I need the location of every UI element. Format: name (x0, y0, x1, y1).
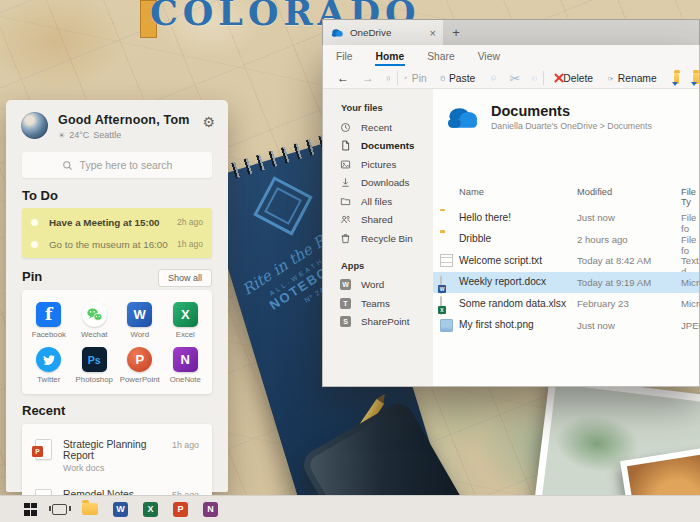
menu-file[interactable]: File (335, 49, 354, 64)
sidebar-item-documents[interactable]: Documents (323, 137, 433, 156)
picture-icon (340, 159, 351, 170)
file-row-folder[interactable]: Dribble 2 hours ago File fo (433, 229, 699, 251)
file-modified: Today at 9:19 AM (577, 277, 651, 288)
pinned-app-powerpoint[interactable]: P PowerPoint (117, 343, 163, 388)
todo-card: Have a Meeting at 15:00 2h ago Go to the… (22, 208, 212, 258)
column-name[interactable]: Name (459, 187, 484, 197)
pinned-app-label: OneNote (170, 375, 201, 384)
menu-share[interactable]: Share (426, 49, 455, 64)
new-tab-button[interactable]: + (443, 20, 469, 45)
pin-label[interactable]: Pin (412, 73, 427, 84)
new-folder-icon[interactable] (674, 73, 680, 84)
avatar[interactable] (21, 112, 48, 139)
pinned-app-facebook[interactable]: f Facebook (26, 298, 72, 343)
recent-item[interactable]: P Strategic Planning Report Work docs 1h… (22, 431, 212, 481)
delete-icon[interactable] (554, 73, 558, 83)
onenote-icon: N (173, 347, 198, 372)
weather-city: Seattle (93, 130, 121, 140)
sidebar-item-pictures[interactable]: Pictures (323, 155, 433, 174)
recent-item-subtitle: Work docs (63, 463, 161, 473)
sidebar-item-recycle-bin[interactable]: Recycle Bin (323, 229, 433, 248)
pinned-app-photoshop[interactable]: Ps Photoshop (72, 343, 118, 388)
file-row-excel[interactable]: X Some random data.xlsx February 23 Micr… (433, 293, 699, 315)
word-app-icon: W (340, 279, 351, 290)
column-file-type[interactable]: File Ty (681, 187, 699, 207)
pinned-app-label: PowerPoint (120, 375, 160, 384)
file-modified: Just now (577, 320, 615, 331)
file-rows: Hello there! Just now File fo Dribble 2 … (433, 207, 699, 336)
pin-icon[interactable] (403, 72, 408, 84)
tab-title: OneDrive (350, 27, 391, 38)
rename-label[interactable]: Rename (618, 73, 657, 84)
show-all-button[interactable]: Show all (158, 269, 212, 287)
copy-icon[interactable] (491, 71, 496, 85)
sidebar-item-downloads[interactable]: Downloads (323, 174, 433, 193)
sidebar-app-word[interactable]: W Word (323, 276, 433, 295)
pinned-app-excel[interactable]: X Excel (163, 298, 209, 343)
file-name: Dribble (459, 233, 491, 244)
file-row-folder[interactable]: Hello there! Just now File fo (433, 207, 699, 229)
sidebar-item-label: Documents (361, 140, 414, 151)
sharepoint-app-icon: S (340, 316, 351, 327)
task-view-button[interactable] (52, 504, 67, 515)
breadcrumb[interactable]: Daniella Duarte's OneDrive > Documents (491, 121, 652, 131)
excel-taskbar-icon[interactable]: X (143, 502, 158, 517)
weather-icon: ☀ (58, 131, 65, 140)
onenote-taskbar-icon[interactable]: N (203, 502, 218, 517)
file-row-selected[interactable]: W Weekly report.docx Today at 9:19 AM Mi… (433, 272, 699, 294)
excel-icon: X (173, 302, 198, 327)
pin-heading: Pin (22, 269, 42, 284)
pinned-app-label: Twitter (37, 375, 60, 384)
file-explorer-taskbar-icon[interactable] (82, 503, 98, 515)
file-row-image[interactable]: My first shot.png Just now JPEG (433, 315, 699, 337)
cut-icon[interactable]: ✂ (510, 72, 521, 85)
move-to-icon[interactable] (532, 72, 538, 85)
recent-item-time: 1h ago (172, 440, 199, 450)
sidebar-app-sharepoint[interactable]: S SharePoint (323, 313, 433, 332)
document-icon (340, 140, 351, 151)
new-item-icon[interactable] (693, 73, 699, 84)
word-taskbar-icon[interactable]: W (113, 502, 128, 517)
sidebar-item-recent[interactable]: Recent (323, 118, 433, 137)
paste-icon[interactable] (440, 71, 445, 85)
greeting-text: Good Afternoon, Tom (58, 113, 190, 127)
facebook-icon: f (36, 302, 61, 327)
onedrive-cloud-icon (330, 28, 344, 37)
onedrive-logo (443, 105, 481, 129)
column-modified[interactable]: Modified (577, 187, 612, 197)
photoshop-icon: Ps (82, 347, 107, 372)
delete-label[interactable]: Delete (563, 73, 593, 84)
todo-text: Go to the museum at 16:00 (49, 239, 168, 250)
rename-icon[interactable] (608, 72, 614, 85)
sidebar-item-label: Pictures (361, 159, 396, 170)
tab-onedrive[interactable]: OneDrive × (323, 20, 443, 45)
weather-temp: 24°C (69, 130, 89, 140)
tab-close-icon[interactable]: × (430, 27, 436, 39)
menu-view[interactable]: View (477, 49, 501, 64)
sidebar-item-shared[interactable]: Shared (323, 211, 433, 230)
todo-item[interactable]: Have a Meeting at 15:00 2h ago (31, 211, 203, 233)
gear-icon[interactable]: ⚙ (202, 114, 215, 130)
download-icon (340, 177, 351, 188)
search-input[interactable]: Type here to search (22, 152, 212, 178)
pinned-app-word[interactable]: W Word (117, 298, 163, 343)
pinned-app-onenote[interactable]: N OneNote (163, 343, 209, 388)
sidebar-item-all-files[interactable]: All files (323, 192, 433, 211)
page-frame-icon[interactable] (386, 72, 391, 85)
menu-home[interactable]: Home (375, 49, 406, 64)
forward-icon[interactable]: → (362, 72, 374, 84)
powerpoint-taskbar-icon[interactable]: P (173, 502, 188, 517)
file-row-text[interactable]: Welcome script.txt Today at 8:42 AM Text… (433, 250, 699, 272)
pinned-app-wechat[interactable]: Wechat (72, 298, 118, 343)
todo-item[interactable]: Go to the museum at 16:00 1h ago (31, 233, 203, 255)
back-icon[interactable]: ← (337, 72, 349, 84)
apps-header: Apps (323, 257, 433, 276)
sidebar-app-teams[interactable]: T Teams (323, 294, 433, 313)
todo-time: 1h ago (177, 239, 203, 249)
pinned-app-twitter[interactable]: Twitter (26, 343, 72, 388)
paste-label[interactable]: Paste (449, 73, 475, 84)
sidebar-item-label: All files (361, 196, 392, 207)
start-button[interactable] (24, 503, 37, 516)
clock-icon (340, 122, 351, 133)
powerpoint-icon: P (127, 347, 152, 372)
